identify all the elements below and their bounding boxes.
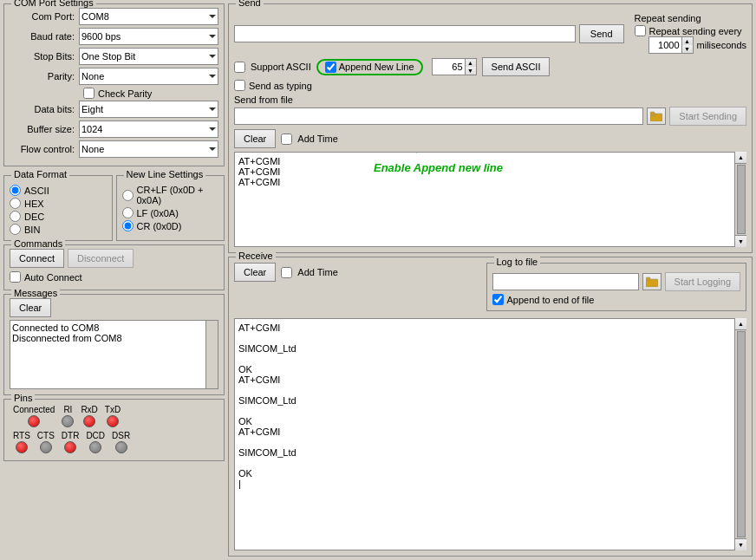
send-clear-button[interactable]: Clear <box>234 129 276 148</box>
command-buttons: Connect Disconnect <box>10 249 218 268</box>
data-format-title: Data Format <box>11 169 69 179</box>
buffer-size-select[interactable]: 1024 <box>79 120 218 138</box>
append-new-line-label: Append New Line <box>339 62 414 72</box>
send-clear-addtime-row: Clear Add Time <box>234 129 746 148</box>
send-ascii-button[interactable]: Send ASCII <box>482 57 551 76</box>
send-from-file-label: Send from file <box>234 94 746 105</box>
pin-ri: RI <box>62 405 74 427</box>
right-panel: Send AT+CGMI Send Repeat sending Repeat … <box>228 0 756 560</box>
svg-rect-3 <box>646 279 658 287</box>
recv-line-3: SIMCOM_Ltd <box>238 343 730 354</box>
recv-line-11: AT+CGMI <box>238 427 730 437</box>
messages-area: Connected to COM8 Disconnected from COM8 <box>10 320 218 389</box>
com-port-settings-group: COM Port Settings Com Port: COM8 Baud ra… <box>3 3 225 166</box>
send-log-line-1: AT+CGMI <box>238 156 730 166</box>
file-path-input[interactable] <box>234 107 643 125</box>
messages-scrollbar[interactable] <box>205 321 218 388</box>
append-new-line-checkbox[interactable] <box>325 62 336 73</box>
pin-connected: Connected <box>13 405 55 427</box>
recv-line-5: OK <box>238 364 730 374</box>
hex-radio[interactable] <box>10 198 21 209</box>
repeat-ms-input[interactable] <box>649 37 682 53</box>
svg-rect-2 <box>650 112 655 114</box>
send-scroll-down[interactable]: ▼ <box>735 235 746 247</box>
stop-bits-select[interactable]: One Stop Bit <box>79 48 218 65</box>
log-file-path-input[interactable] <box>492 273 639 290</box>
ascii-spinner-up-btn[interactable]: ▲ <box>466 59 476 67</box>
send-log-line-3: AT+CGMI <box>238 177 730 187</box>
folder-icon <box>650 111 662 121</box>
new-line-settings-title: New Line Settings <box>124 169 206 179</box>
spinner-up-btn[interactable]: ▲ <box>682 37 693 45</box>
send-add-time-checkbox[interactable] <box>281 133 292 145</box>
disconnect-button[interactable]: Disconnect <box>68 249 134 268</box>
start-sending-button[interactable]: Start Sending <box>669 107 746 126</box>
repeat-ms-row: ▲ ▼ miliseconds <box>635 36 746 54</box>
append-to-file-checkbox[interactable] <box>492 294 504 305</box>
repeat-every-label: Repeat sending every <box>649 26 742 36</box>
com-port-select[interactable]: COM8 <box>79 8 218 25</box>
repeat-every-checkbox[interactable] <box>635 25 646 36</box>
recv-cursor: | <box>238 479 730 489</box>
pin-dcd: DCD <box>86 431 105 453</box>
ascii-num-spinner[interactable]: ▲ ▼ <box>432 58 477 75</box>
send-as-typing-row: Send as typing <box>234 80 746 91</box>
ascii-num-input[interactable] <box>433 59 466 75</box>
send-from-file-section: Send from file Start Sending <box>234 94 746 126</box>
recv-line-12 <box>238 437 730 447</box>
recv-scroll-down[interactable]: ▼ <box>735 538 746 550</box>
log-file-row: Start Logging <box>492 272 741 291</box>
append-to-file-row: Append to end of file <box>492 294 741 305</box>
pin-dsr-led <box>115 441 127 453</box>
lf-label: LF (0x0A) <box>137 208 179 218</box>
data-format-group: Data Format ASCII HEX DEC <box>3 175 113 241</box>
lf-radio[interactable] <box>122 207 134 218</box>
cr-radio[interactable] <box>122 220 134 231</box>
messages-clear-button[interactable]: Clear <box>10 298 51 317</box>
messages-line-1: Connected to COM8 <box>12 322 216 333</box>
dec-radio[interactable] <box>10 211 21 222</box>
support-ascii-checkbox[interactable] <box>234 62 245 73</box>
baud-rate-select[interactable]: 9600 bps <box>79 28 218 45</box>
pins-title: Pins <box>11 393 35 403</box>
ascii-spinner-down-btn[interactable]: ▼ <box>466 67 476 75</box>
com-port-label: Com Port: <box>10 11 79 22</box>
data-bits-select[interactable]: Eight <box>79 101 218 118</box>
send-section: Send AT+CGMI Send Repeat sending Repeat … <box>228 3 753 253</box>
send-scroll-up[interactable]: ▲ <box>735 152 746 164</box>
crlf-radio[interactable] <box>122 190 134 201</box>
send-button[interactable]: Send <box>579 24 624 43</box>
send-as-typing-checkbox[interactable] <box>234 80 245 91</box>
com-port-settings-title: COM Port Settings <box>11 0 96 8</box>
connect-button[interactable]: Connect <box>10 249 64 268</box>
ascii-radio[interactable] <box>10 185 21 196</box>
recv-line-2 <box>238 333 730 343</box>
baud-rate-label: Baud rate: <box>10 31 79 42</box>
send-input[interactable]: AT+CGMI <box>234 25 576 42</box>
send-scroll-thumb <box>737 165 746 234</box>
recv-scroll-up[interactable]: ▲ <box>735 318 746 330</box>
start-logging-button[interactable]: Start Logging <box>665 272 740 291</box>
format-settings-row: Data Format ASCII HEX DEC <box>3 170 225 241</box>
pin-rts: RTS <box>13 431 30 453</box>
check-parity-checkbox[interactable] <box>83 88 94 99</box>
support-ascii-label: Support ASCII <box>251 62 311 72</box>
stop-bits-label: Stop Bits: <box>10 51 79 62</box>
bin-radio[interactable] <box>10 224 21 235</box>
file-browse-button[interactable] <box>647 107 666 125</box>
pin-txd-led <box>107 415 119 427</box>
repeat-ms-spinner[interactable]: ▲ ▼ <box>648 36 694 54</box>
send-as-typing-label: Send as typing <box>249 81 312 91</box>
spinner-down-btn[interactable]: ▼ <box>682 45 693 53</box>
receive-top-row: Clear Add Time Log to file <box>234 263 746 315</box>
parity-label: Parity: <box>10 71 79 81</box>
parity-select[interactable]: None <box>79 68 218 85</box>
auto-connect-checkbox[interactable] <box>10 271 21 283</box>
receive-log-scrollbar[interactable]: ▲ ▼ <box>734 318 746 550</box>
log-file-browse-button[interactable] <box>642 273 662 290</box>
messages-group: Messages Clear Connected to COM8 Disconn… <box>3 294 225 395</box>
receive-clear-button[interactable]: Clear <box>234 263 276 282</box>
send-log-scrollbar[interactable]: ▲ ▼ <box>734 152 746 247</box>
receive-add-time-checkbox[interactable] <box>281 267 292 278</box>
flow-control-select[interactable]: None <box>79 140 218 158</box>
